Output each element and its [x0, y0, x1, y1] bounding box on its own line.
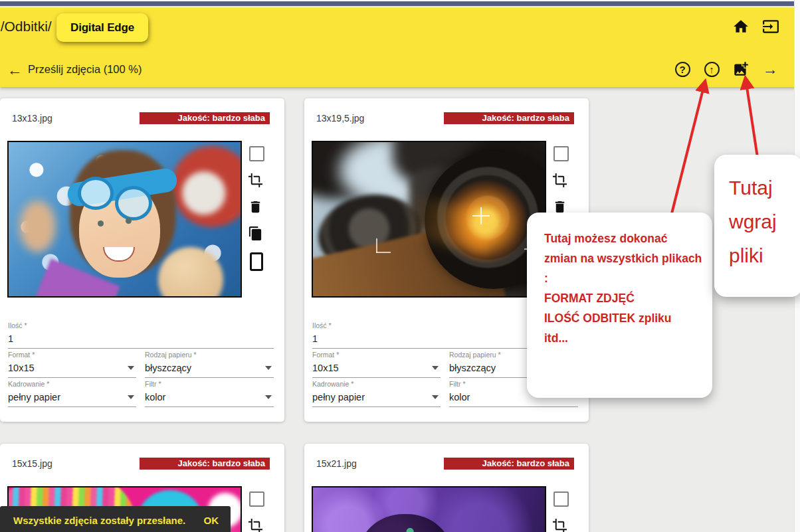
eye-art — [126, 218, 132, 224]
photo-thumbnail — [312, 486, 546, 532]
filename-label: 13x19,5.jpg — [316, 113, 364, 124]
back-arrow-icon[interactable]: ← — [5, 60, 24, 79]
tooltip-line: pliki — [729, 238, 800, 272]
photo-card: 15x21.jpg Jakość: bardzo słaba — [304, 444, 589, 532]
select-checkbox[interactable] — [249, 491, 264, 507]
upload-arrow-glyph: ↑ — [704, 62, 720, 77]
bracket-art — [376, 238, 377, 253]
eye-art — [98, 221, 104, 226]
upload-files-tooltip: Tutaj wgraj pliki — [714, 155, 800, 297]
portrait-orientation-icon[interactable] — [250, 252, 263, 271]
field-value: kolor — [145, 389, 274, 405]
cropping-select[interactable]: Kadrowanie * pełny papier — [312, 380, 441, 407]
breadcrumb: l/Odbitki/ — [0, 19, 52, 35]
chevron-down-icon — [432, 366, 439, 370]
app-header: l/Odbitki/ Digital Edge ← Prześlij zdjęc… — [0, 6, 800, 87]
tooltip-line: FORMAT ZDJĘĆ — [544, 288, 712, 308]
browser-top-stripe — [0, 0, 800, 6]
tooltip-line: Tutaj — [729, 171, 800, 205]
field-value: błyszczący — [145, 360, 274, 376]
photo-card: 13x13.jpg Jakość: bardzo słaba — [0, 98, 284, 422]
crop-icon[interactable] — [552, 518, 568, 532]
upload-icon[interactable]: ↑ — [702, 60, 721, 78]
page-title: Prześlij zdjęcia (100 %) — [28, 63, 142, 76]
select-checkbox[interactable] — [553, 491, 569, 507]
home-icon[interactable] — [732, 17, 750, 36]
goggle-lens-art — [78, 177, 114, 210]
crop-icon[interactable] — [248, 173, 264, 189]
field-label: Format * — [312, 351, 441, 360]
chevron-down-icon — [128, 366, 134, 370]
second-child-art — [158, 247, 223, 298]
field-label: Ilość * — [8, 321, 274, 331]
snackbar-ok-button[interactable]: OK — [197, 515, 219, 526]
brand-badge: Digital Edge — [56, 13, 148, 42]
filter-select[interactable]: Filtr * kolor — [145, 380, 274, 407]
field-label: Filtr * — [145, 380, 274, 389]
photo-thumbnail — [312, 141, 546, 298]
chevron-down-icon — [128, 395, 134, 399]
login-icon[interactable] — [761, 17, 780, 36]
field-label: Kadrowanie * — [8, 380, 136, 389]
field-value: pełny papier — [312, 389, 441, 405]
filename-label: 15x21.jpg — [316, 458, 357, 469]
crop-icon[interactable] — [552, 173, 568, 189]
tooltip-line: wgraj — [729, 205, 800, 238]
delete-icon[interactable] — [248, 199, 264, 215]
bulk-edit-tooltip: Tutaj możesz dokonać zmian na wszystkich… — [527, 213, 712, 398]
field-value: 10x15 — [8, 360, 136, 376]
field-label: Format * — [8, 351, 136, 360]
paper-type-select[interactable]: Rodzaj papieru * błyszczący — [145, 351, 274, 378]
format-select[interactable]: Format * 10x15 — [312, 351, 441, 378]
duplicate-icon[interactable] — [248, 226, 264, 242]
help-icon[interactable]: ? — [673, 60, 692, 78]
select-checkbox[interactable] — [553, 146, 569, 161]
photo-actions — [248, 98, 265, 298]
filename-label: 15x15.jpg — [12, 458, 52, 469]
arm-art — [19, 201, 56, 252]
tooltip-line: itd... — [544, 328, 712, 348]
photo-thumbnail — [7, 141, 242, 298]
photo-actions — [248, 444, 265, 532]
select-checkbox[interactable] — [249, 146, 264, 161]
cropping-select[interactable]: Kadrowanie * pełny papier — [8, 380, 136, 407]
field-value: 10x15 — [312, 360, 441, 376]
snackbar-message: Wszystkie zdjęcia zostały przesłane. — [13, 515, 185, 526]
crosshair-art — [480, 207, 482, 224]
beach-ball-art — [171, 146, 242, 227]
field-value: 1 — [8, 331, 274, 347]
forward-arrow-icon[interactable]: → — [761, 60, 779, 78]
crop-icon[interactable] — [248, 518, 264, 532]
snackbar: Wszystkie zdjęcia zostały przesłane. OK — [0, 506, 231, 532]
arrow-to-upload-icon — [668, 82, 705, 229]
tooltip-line: Tutaj możesz dokonać — [544, 228, 712, 248]
flare-art — [445, 181, 527, 263]
tooltip-line: : — [544, 268, 712, 288]
head-silhouette-art — [358, 514, 452, 532]
help-glyph: ? — [675, 62, 690, 77]
format-select[interactable]: Format * 10x15 — [8, 351, 136, 378]
goggle-lens-art — [115, 186, 152, 221]
tooltip-line: zmian na wszystkich plikach — [544, 248, 712, 268]
chevron-down-icon — [432, 395, 439, 399]
arrow-to-add-photo-icon — [746, 78, 759, 166]
page: l/Odbitki/ Digital Edge ← Prześlij zdjęc… — [0, 0, 800, 532]
back-arrow-glyph: ← — [7, 60, 23, 79]
field-label: Kadrowanie * — [312, 380, 441, 389]
chevron-down-icon — [265, 366, 272, 370]
forward-arrow-glyph: → — [763, 60, 778, 78]
field-value: pełny papier — [8, 389, 136, 405]
filename-label: 13x13.jpg — [12, 113, 52, 124]
field-label: Rodzaj papieru * — [145, 351, 274, 360]
bracket-art — [376, 252, 391, 253]
quantity-field[interactable]: Ilość * 1 — [8, 321, 274, 349]
add-photo-icon[interactable] — [732, 60, 750, 78]
photo-actions — [552, 444, 569, 532]
tooltip-line: ILOŚĆ ODBITEK zpliku — [544, 308, 712, 328]
chevron-down-icon — [265, 395, 272, 399]
